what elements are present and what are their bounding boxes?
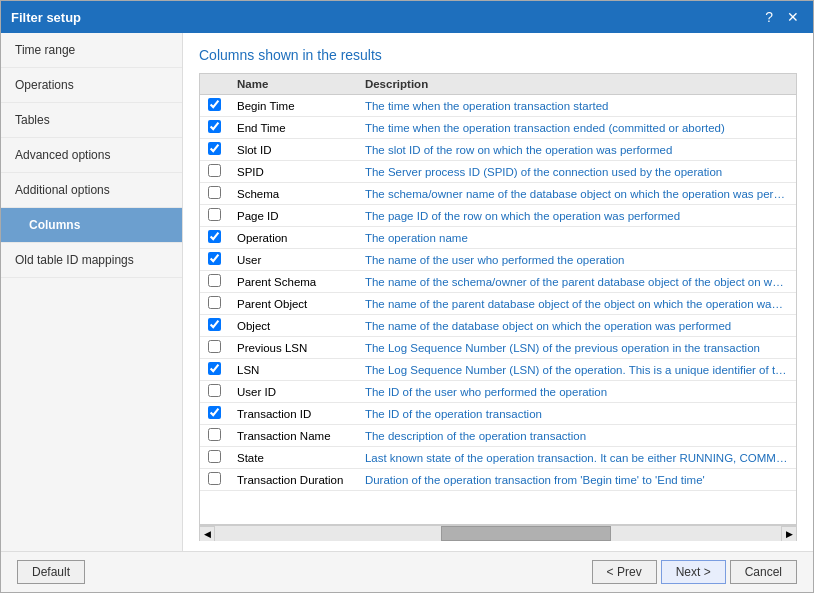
row-name-17: Transaction Duration (229, 469, 357, 491)
row-checkbox-7[interactable] (208, 252, 221, 265)
row-name-1: End Time (229, 117, 357, 139)
sidebar-item-old-table-id-mappings[interactable]: Old table ID mappings (1, 243, 182, 278)
row-checkbox-2[interactable] (208, 142, 221, 155)
bottom-bar: Default < Prev Next > Cancel (1, 551, 813, 592)
filter-setup-dialog: Filter setup ? ✕ Time rangeOperationsTab… (0, 0, 814, 593)
help-button[interactable]: ? (761, 10, 777, 24)
horizontal-scrollbar[interactable]: ◀ ▶ (199, 525, 797, 541)
row-checkbox-11[interactable] (208, 340, 221, 353)
next-button[interactable]: Next > (661, 560, 726, 584)
row-desc-17: Duration of the operation transaction fr… (357, 469, 796, 491)
row-checkbox-17[interactable] (208, 472, 221, 485)
row-checkbox-15[interactable] (208, 428, 221, 441)
row-desc-2: The slot ID of the row on which the oper… (357, 139, 796, 161)
table-row: Parent ObjectThe name of the parent data… (200, 293, 796, 315)
row-desc-0: The time when the operation transaction … (357, 95, 796, 117)
scroll-right-arrow[interactable]: ▶ (781, 526, 797, 542)
table-row: Transaction IDThe ID of the operation tr… (200, 403, 796, 425)
row-desc-15: The description of the operation transac… (357, 425, 796, 447)
dialog-body: Time rangeOperationsTablesAdvanced optio… (1, 33, 813, 551)
row-name-2: Slot ID (229, 139, 357, 161)
table-row: Transaction NameThe description of the o… (200, 425, 796, 447)
row-name-7: User (229, 249, 357, 271)
title-bar: Filter setup ? ✕ (1, 1, 813, 33)
scrollbar-track[interactable] (215, 526, 781, 541)
sidebar-item-advanced-options[interactable]: Advanced options (1, 138, 182, 173)
table-row: End TimeThe time when the operation tran… (200, 117, 796, 139)
row-name-5: Page ID (229, 205, 357, 227)
table-row: LSNThe Log Sequence Number (LSN) of the … (200, 359, 796, 381)
sidebar-item-time-range[interactable]: Time range (1, 33, 182, 68)
row-checkbox-12[interactable] (208, 362, 221, 375)
row-desc-3: The Server process ID (SPID) of the conn… (357, 161, 796, 183)
main-title: Columns shown in the results (199, 47, 797, 63)
sidebar-item-tables[interactable]: Tables (1, 103, 182, 138)
row-checkbox-9[interactable] (208, 296, 221, 309)
table-row: UserThe name of the user who performed t… (200, 249, 796, 271)
row-desc-9: The name of the parent database object o… (357, 293, 796, 315)
row-name-4: Schema (229, 183, 357, 205)
row-name-9: Parent Object (229, 293, 357, 315)
row-name-11: Previous LSN (229, 337, 357, 359)
table-row: User IDThe ID of the user who performed … (200, 381, 796, 403)
col-header-checkbox (200, 74, 229, 95)
sidebar-item-columns[interactable]: Columns (1, 208, 182, 243)
row-desc-4: The schema/owner name of the database ob… (357, 183, 796, 205)
row-desc-8: The name of the schema/owner of the pare… (357, 271, 796, 293)
row-name-8: Parent Schema (229, 271, 357, 293)
table-row: Previous LSNThe Log Sequence Number (LSN… (200, 337, 796, 359)
row-checkbox-10[interactable] (208, 318, 221, 331)
table-row: SPIDThe Server process ID (SPID) of the … (200, 161, 796, 183)
table-row: Parent SchemaThe name of the schema/owne… (200, 271, 796, 293)
col-header-description: Description (357, 74, 796, 95)
row-checkbox-8[interactable] (208, 274, 221, 287)
close-button[interactable]: ✕ (783, 10, 803, 24)
dialog-title: Filter setup (11, 10, 81, 25)
row-name-10: Object (229, 315, 357, 337)
row-desc-13: The ID of the user who performed the ope… (357, 381, 796, 403)
row-checkbox-16[interactable] (208, 450, 221, 463)
table-row: SchemaThe schema/owner name of the datab… (200, 183, 796, 205)
row-name-0: Begin Time (229, 95, 357, 117)
main-content: Columns shown in the results Name Descri… (183, 33, 813, 551)
row-name-13: User ID (229, 381, 357, 403)
col-header-name: Name (229, 74, 357, 95)
row-name-6: Operation (229, 227, 357, 249)
row-checkbox-13[interactable] (208, 384, 221, 397)
columns-table-container[interactable]: Name Description Begin TimeThe time when… (199, 73, 797, 525)
row-desc-11: The Log Sequence Number (LSN) of the pre… (357, 337, 796, 359)
default-button[interactable]: Default (17, 560, 85, 584)
row-checkbox-4[interactable] (208, 186, 221, 199)
row-checkbox-6[interactable] (208, 230, 221, 243)
scroll-left-arrow[interactable]: ◀ (199, 526, 215, 542)
row-desc-6: The operation name (357, 227, 796, 249)
cancel-button[interactable]: Cancel (730, 560, 797, 584)
row-desc-14: The ID of the operation transaction (357, 403, 796, 425)
row-name-3: SPID (229, 161, 357, 183)
title-bar-controls: ? ✕ (761, 10, 803, 24)
table-row: Transaction DurationDuration of the oper… (200, 469, 796, 491)
table-row: Begin TimeThe time when the operation tr… (200, 95, 796, 117)
row-name-15: Transaction Name (229, 425, 357, 447)
sidebar: Time rangeOperationsTablesAdvanced optio… (1, 33, 183, 551)
table-row: Page IDThe page ID of the row on which t… (200, 205, 796, 227)
sidebar-item-additional-options[interactable]: Additional options (1, 173, 182, 208)
row-checkbox-0[interactable] (208, 98, 221, 111)
row-checkbox-1[interactable] (208, 120, 221, 133)
row-desc-1: The time when the operation transaction … (357, 117, 796, 139)
table-row: OperationThe operation name (200, 227, 796, 249)
row-checkbox-3[interactable] (208, 164, 221, 177)
scrollbar-thumb[interactable] (441, 526, 611, 541)
row-name-14: Transaction ID (229, 403, 357, 425)
row-checkbox-5[interactable] (208, 208, 221, 221)
row-checkbox-14[interactable] (208, 406, 221, 419)
table-row: ObjectThe name of the database object on… (200, 315, 796, 337)
table-row: Slot IDThe slot ID of the row on which t… (200, 139, 796, 161)
row-name-12: LSN (229, 359, 357, 381)
table-row: StateLast known state of the operation t… (200, 447, 796, 469)
row-desc-10: The name of the database object on which… (357, 315, 796, 337)
prev-button[interactable]: < Prev (592, 560, 657, 584)
row-name-16: State (229, 447, 357, 469)
sidebar-item-operations[interactable]: Operations (1, 68, 182, 103)
row-desc-16: Last known state of the operation transa… (357, 447, 796, 469)
